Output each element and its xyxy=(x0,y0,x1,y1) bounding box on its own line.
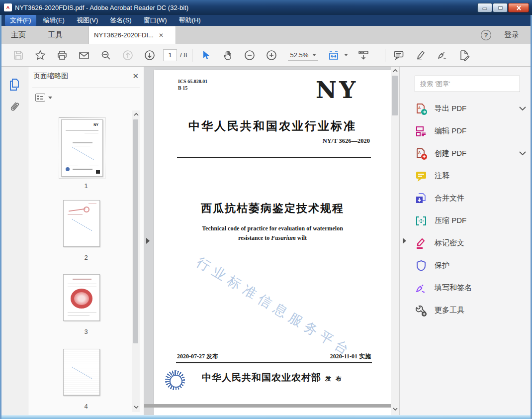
zoom-out-icon[interactable] xyxy=(241,47,258,64)
scroll-up-icon[interactable] xyxy=(134,112,139,117)
scroll-down-icon[interactable] xyxy=(134,405,139,410)
tools-search-input[interactable] xyxy=(415,76,520,92)
thumbnail-options-button[interactable] xyxy=(35,94,52,102)
menu-bar: 文件(F) 编辑(E) 视图(V) 签名(S) 窗口(W) 帮助(H) xyxy=(0,15,532,26)
right-panel-collapse-icon[interactable] xyxy=(403,238,406,244)
minimize-button[interactable] xyxy=(477,3,492,12)
print-icon[interactable] xyxy=(54,47,71,64)
standard-number: NY/T 3626—2020 xyxy=(323,137,370,145)
window-title: NYT3626-2020FDIS.pdf - Adobe Acrobat Rea… xyxy=(15,4,188,11)
fit-options-chevron-icon[interactable] xyxy=(344,54,348,56)
zoom-in-icon[interactable] xyxy=(263,47,280,64)
tool-create-pdf[interactable]: A 创建 PDF xyxy=(415,145,526,162)
tool-redact[interactable]: 标记密文 xyxy=(415,235,526,251)
tool-combine-files[interactable]: 合并文件 xyxy=(415,190,526,207)
edit-pdf-icon xyxy=(415,125,428,138)
menu-file[interactable]: 文件(F) xyxy=(5,15,36,26)
tool-compress-pdf[interactable]: 压缩 PDF xyxy=(415,212,526,229)
dates-row: 2020-07-27 发布 2020-11-01 实施 xyxy=(177,352,371,361)
divider xyxy=(32,88,140,88)
thumbnail-page-4[interactable] xyxy=(63,349,100,396)
thumbnail-label: 2 xyxy=(28,254,144,261)
left-rail xyxy=(0,67,28,415)
issue-date: 2020-07-27 发布 xyxy=(177,352,218,361)
previous-page-icon[interactable] xyxy=(119,47,136,64)
svg-text:A: A xyxy=(418,106,421,109)
zoom-level-select[interactable]: 52.5% xyxy=(288,50,318,61)
scroll-down-icon[interactable] xyxy=(393,407,398,412)
page-number-input[interactable] xyxy=(163,49,177,61)
tab-close-icon[interactable]: ✕ xyxy=(159,32,164,38)
thumbnail-page-1[interactable]: NY xyxy=(61,119,103,177)
tool-protect[interactable]: 保护 xyxy=(415,257,526,274)
thumbnails-panel-title: 页面缩略图 xyxy=(33,72,68,81)
toolbar-separator xyxy=(385,49,385,62)
login-button[interactable]: 登录 xyxy=(504,30,519,40)
ny-logo: NY xyxy=(316,77,358,104)
tool-edit-pdf[interactable]: 编辑 PDF xyxy=(415,123,526,139)
compress-pdf-icon xyxy=(415,214,428,227)
menu-help[interactable]: 帮助(H) xyxy=(174,15,206,26)
scroll-up-icon[interactable] xyxy=(393,68,398,73)
highlight-tool-icon[interactable] xyxy=(412,47,429,64)
search-icon[interactable] xyxy=(97,47,114,64)
panel-close-icon[interactable]: ✕ xyxy=(132,72,139,81)
tool-comment[interactable]: 注释 xyxy=(415,168,526,184)
select-tool-icon[interactable] xyxy=(197,47,214,64)
tab-bar: 主页 工具 NYT3626-2020FDI... ✕ ? 登录 xyxy=(0,26,532,44)
tool-export-pdf[interactable]: A 导出 PDF xyxy=(415,101,526,117)
page-gap xyxy=(144,404,399,408)
tab-tools[interactable]: 工具 xyxy=(37,26,74,44)
chevron-down-icon xyxy=(312,54,316,56)
issuer-name: 中华人民共和国农业农村部 xyxy=(202,372,321,383)
tab-document-label: NYT3626-2020FDI... xyxy=(94,31,154,39)
pdf-page-1: ICS 65.020.01 B 15 NY 中华人民共和国农业行业标准 NY/T… xyxy=(154,70,391,404)
main-toolbar: / 8 52.5% xyxy=(0,44,532,67)
menu-window[interactable]: 窗口(W) xyxy=(139,15,172,26)
tool-label: 注释 xyxy=(435,171,449,181)
attachments-icon[interactable] xyxy=(7,100,21,113)
tool-more-tools[interactable]: 更多工具 xyxy=(415,302,526,318)
document-scrollbar[interactable] xyxy=(391,67,399,415)
help-icon[interactable]: ? xyxy=(481,30,491,40)
menu-view[interactable]: 视图(V) xyxy=(72,15,103,26)
tools-list: A 导出 PDF 编辑 PDF A 创建 PDF 注释 xyxy=(415,101,526,318)
thumbnails-scrollbar[interactable] xyxy=(132,110,140,412)
menu-sign[interactable]: 签名(S) xyxy=(105,15,136,26)
chevron-down-icon xyxy=(519,106,526,111)
tab-document[interactable]: NYT3626-2020FDI... ✕ xyxy=(89,26,176,44)
issuer-row: 中华人民共和国农业农村部发 布 xyxy=(154,371,391,384)
document-canvas: ICS 65.020.01 B 15 NY 中华人民共和国农业行业标准 NY/T… xyxy=(144,67,399,415)
page-display-icon[interactable] xyxy=(355,47,372,64)
tab-home[interactable]: 主页 xyxy=(0,26,37,44)
page-thumbnails-icon[interactable] xyxy=(7,78,21,92)
hand-tool-icon[interactable] xyxy=(219,47,236,64)
scrollbar-thumb[interactable] xyxy=(133,119,138,343)
document-title-en: Technical code of practice for evaluatio… xyxy=(154,224,391,242)
restore-button[interactable] xyxy=(493,3,508,12)
menu-edit[interactable]: 编辑(E) xyxy=(38,15,70,26)
redact-icon xyxy=(415,237,428,250)
tool-fill-sign[interactable]: 填写和签名 xyxy=(415,280,526,296)
tool-label: 编辑 PDF xyxy=(435,126,466,136)
comment-tool-icon[interactable] xyxy=(390,47,407,64)
pdf-app-icon: A xyxy=(4,3,12,11)
next-page-icon[interactable] xyxy=(141,47,158,64)
thumbnail-page-3[interactable] xyxy=(63,274,100,321)
scrollbar-thumb[interactable] xyxy=(392,76,398,115)
sign-pen-icon[interactable] xyxy=(434,47,451,64)
toolbar-separator xyxy=(192,49,192,62)
tool-label: 标记密文 xyxy=(435,238,464,248)
fill-sign-tool-icon[interactable] xyxy=(456,47,473,64)
left-panel-collapse-icon[interactable] xyxy=(146,238,150,244)
page-count-label: / 8 xyxy=(180,51,187,59)
export-pdf-icon: A xyxy=(415,103,428,115)
thumbnail-label: 3 xyxy=(28,328,144,335)
email-icon[interactable] xyxy=(76,47,92,64)
fit-width-icon[interactable] xyxy=(325,47,342,64)
close-button[interactable] xyxy=(508,3,529,12)
standard-header: 中华人民共和国农业行业标准 xyxy=(154,118,391,134)
save-icon[interactable] xyxy=(10,47,27,64)
thumbnail-page-2[interactable] xyxy=(63,200,100,247)
star-icon[interactable] xyxy=(32,47,49,64)
